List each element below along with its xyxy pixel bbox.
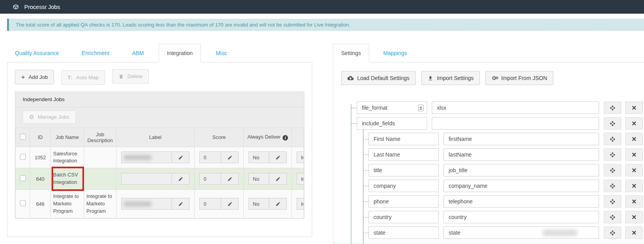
field-value-input[interactable]: job_title <box>444 164 599 176</box>
move-field-button[interactable] <box>604 133 621 145</box>
row-checkbox[interactable] <box>20 175 26 181</box>
load-default-settings-button[interactable]: Load Default Settings <box>341 71 416 85</box>
left-tab-bar: Quality Assurance Enrichment ABM Integra… <box>7 44 312 62</box>
job-description-cell <box>84 147 116 168</box>
field-value-input[interactable]: firstName <box>444 133 599 145</box>
move-field-button[interactable] <box>604 195 621 208</box>
clipped-value-field: Int <box>297 151 304 163</box>
close-icon: × <box>632 151 637 159</box>
select-type-icon[interactable] <box>418 105 424 111</box>
move-icon <box>610 167 615 173</box>
field-key-input[interactable]: state <box>369 226 439 239</box>
field-key-input[interactable]: file_format <box>357 102 427 114</box>
info-icon[interactable]: i <box>283 135 288 141</box>
left-tab[interactable]: Enrichment <box>74 44 117 62</box>
field-value-input[interactable]: xlsx <box>432 102 599 114</box>
field-key-input[interactable]: company <box>369 180 439 192</box>
select-all-checkbox[interactable] <box>20 134 26 140</box>
move-field-button[interactable] <box>604 226 621 239</box>
remove-field-button[interactable]: × <box>625 180 643 192</box>
job-name-cell: Batch CSV Integration <box>51 168 84 190</box>
manage-jobs-button[interactable]: ⚙ Manage Jobs <box>23 110 76 124</box>
edit-label-button[interactable] <box>172 198 190 210</box>
remove-field-button[interactable]: × <box>625 195 643 208</box>
right-tab[interactable]: Mappings <box>376 44 415 62</box>
clipped-cell: Int <box>292 168 304 190</box>
field-key-input[interactable]: country <box>369 211 439 223</box>
header-select-all-cell <box>16 128 30 147</box>
app-logo-cube-icon <box>13 4 19 10</box>
field-value-input[interactable]: state <box>444 226 599 239</box>
plus-icon: + <box>21 74 25 80</box>
remove-field-button[interactable]: × <box>625 226 643 239</box>
pencil-icon <box>227 201 233 207</box>
move-field-button[interactable] <box>604 117 621 130</box>
always-deliver-cell: No <box>244 168 292 190</box>
always-deliver-value-field: No <box>249 198 269 210</box>
remove-field-button[interactable]: × <box>625 164 643 176</box>
edit-label-button[interactable] <box>172 173 190 185</box>
import-settings-button[interactable]: Import Settings <box>421 71 480 85</box>
remove-field-button[interactable]: × <box>625 102 643 114</box>
move-field-button[interactable] <box>604 148 621 161</box>
clipped-cell: Int <box>292 147 304 168</box>
field-value-input[interactable]: country <box>444 211 599 223</box>
remove-field-button[interactable]: × <box>625 117 643 130</box>
edit-always-deliver-button[interactable] <box>269 151 287 163</box>
field-key-input[interactable]: Last Name <box>369 148 439 161</box>
edit-score-button[interactable] <box>221 198 239 210</box>
left-tab[interactable]: Integration <box>159 44 201 62</box>
move-icon <box>610 214 615 220</box>
close-icon: × <box>632 166 637 174</box>
col-header-job-name: Job Name <box>51 128 84 147</box>
left-tab[interactable]: ABM <box>124 44 152 62</box>
row-checkbox[interactable] <box>20 154 26 160</box>
edit-score-button[interactable] <box>221 173 239 185</box>
field-key-input[interactable]: phone <box>369 195 439 208</box>
tab-label: ABM <box>132 50 144 56</box>
col-header-job-description: Job Description <box>84 128 116 147</box>
add-job-button[interactable]: + Add Job <box>15 70 54 84</box>
edit-always-deliver-button[interactable] <box>269 198 287 210</box>
import-from-json-button[interactable]: ⚙⚙ Import From JSON <box>485 71 553 85</box>
field-key-input[interactable]: First Name <box>369 133 439 145</box>
qa-score-alert: The total score of all applied QA checks… <box>7 19 644 31</box>
left-tab[interactable]: Quality Assurance <box>7 44 67 62</box>
auto-map-icon: T: <box>68 75 73 80</box>
field-value-input[interactable]: lastName <box>444 148 599 161</box>
move-field-button[interactable] <box>604 180 621 192</box>
close-icon: × <box>632 119 637 127</box>
move-field-button[interactable] <box>604 211 621 223</box>
job-id-cell: 646 <box>30 189 51 218</box>
field-key-input[interactable]: title <box>369 164 439 176</box>
row-checkbox[interactable] <box>20 200 26 206</box>
always-deliver-value-field: No <box>249 151 269 163</box>
remove-field-button[interactable]: × <box>625 133 643 145</box>
remove-field-button[interactable]: × <box>625 148 643 161</box>
remove-field-button[interactable]: × <box>625 211 643 223</box>
integration-tab-content: + Add Job T: Auto Map Delete Independent… <box>7 62 312 237</box>
pencil-icon <box>275 176 281 182</box>
tab-label: Misc <box>216 50 227 56</box>
edit-always-deliver-button[interactable] <box>269 173 287 185</box>
move-icon <box>610 105 615 111</box>
delete-button[interactable]: Delete <box>112 69 149 84</box>
pencil-icon <box>178 176 183 182</box>
edit-label-button[interactable] <box>172 151 190 163</box>
gears-icon: ⚙⚙ <box>492 75 498 81</box>
tab-label: Quality Assurance <box>15 50 59 56</box>
auto-map-button[interactable]: T: Auto Map <box>61 70 105 85</box>
left-tab[interactable]: Misc <box>208 44 235 62</box>
field-value-input[interactable] <box>432 117 599 130</box>
move-field-button[interactable] <box>604 102 621 114</box>
top-navbar: Processr Jobs <box>0 0 644 14</box>
edit-score-button[interactable] <box>221 151 239 163</box>
right-tab[interactable]: Settings <box>333 44 369 62</box>
job-description-cell <box>84 168 116 190</box>
move-field-button[interactable] <box>604 164 621 176</box>
field-value-input[interactable]: company_name <box>444 180 599 192</box>
jobs-toolbar: + Add Job T: Auto Map Delete <box>15 69 304 85</box>
field-key-input[interactable]: include_fields <box>357 117 427 130</box>
field-value-input[interactable]: telephone <box>444 195 599 208</box>
score-cell: 0 <box>195 189 244 218</box>
